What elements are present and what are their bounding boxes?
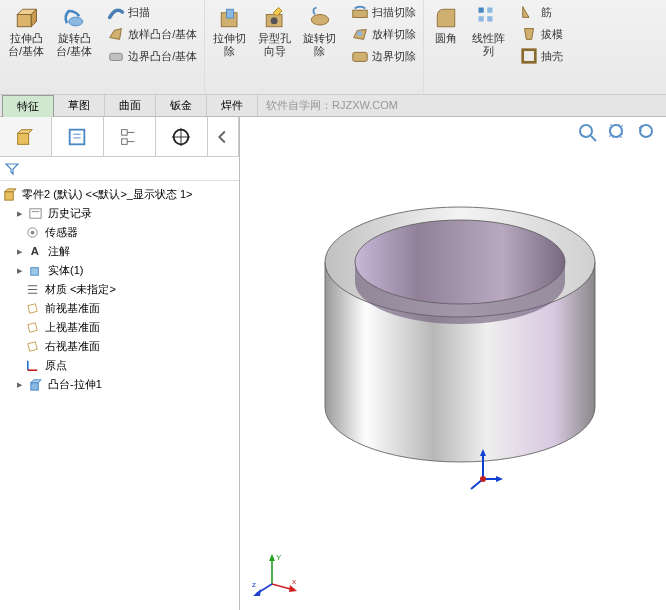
linear-pattern-button[interactable]: 线性阵 列 bbox=[468, 2, 509, 66]
ribbon-group-modify: 圆角 线性阵 列 筋 拔模 抽壳 bbox=[424, 0, 570, 94]
svg-point-58 bbox=[355, 220, 565, 304]
extrude-cut-button[interactable]: 拉伸切 除 bbox=[209, 2, 250, 66]
tree-origin[interactable]: 原点 bbox=[2, 356, 237, 375]
tab-feature[interactable]: 特征 bbox=[2, 95, 54, 117]
draft-icon bbox=[520, 25, 538, 43]
fillet-label: 圆角 bbox=[435, 32, 457, 45]
svg-rect-23 bbox=[70, 129, 85, 144]
revolve-boss-label: 旋转凸 台/基体 bbox=[56, 32, 92, 58]
expand-icon[interactable]: ▶ bbox=[14, 246, 25, 257]
tree-filter-row bbox=[0, 157, 239, 181]
zoom-area-button[interactable] bbox=[606, 121, 630, 145]
svg-rect-21 bbox=[18, 133, 29, 144]
tree-root-label: 零件2 (默认) <<默认>_显示状态 1> bbox=[22, 187, 193, 202]
triad-x-label: x bbox=[292, 577, 296, 586]
overflow-tab[interactable] bbox=[208, 117, 240, 156]
boundary-cut-icon bbox=[351, 47, 369, 65]
filter-icon[interactable] bbox=[4, 161, 20, 177]
svg-marker-47 bbox=[28, 342, 37, 351]
svg-rect-34 bbox=[5, 192, 13, 200]
svg-marker-46 bbox=[28, 323, 37, 332]
tree-annotations[interactable]: ▶ A 注解 bbox=[2, 242, 237, 261]
expand-icon[interactable]: ▶ bbox=[14, 208, 25, 219]
tree-feature-extrude1[interactable]: ▶ 凸台-拉伸1 bbox=[2, 375, 237, 394]
tree-feature1-label: 凸台-拉伸1 bbox=[48, 377, 102, 392]
extrude-boss-button[interactable]: 拉伸凸 台/基体 bbox=[4, 2, 48, 66]
expand-icon[interactable]: ▶ bbox=[14, 379, 25, 390]
tree-history[interactable]: ▶ 历史记录 bbox=[2, 204, 237, 223]
svg-rect-27 bbox=[122, 138, 128, 144]
body-icon bbox=[28, 263, 43, 278]
shell-button[interactable]: 抽壳 bbox=[517, 46, 566, 66]
tree-front-plane[interactable]: 前视基准面 bbox=[2, 299, 237, 318]
revolve-icon bbox=[60, 4, 88, 32]
rib-button[interactable]: 筋 bbox=[517, 2, 566, 22]
feature-tree: 零件2 (默认) <<默认>_显示状态 1> ▶ 历史记录 传感器 ▶ A 注解… bbox=[0, 181, 239, 398]
revolve-cut-button[interactable]: 旋转切 除 bbox=[299, 2, 340, 66]
fillet-button[interactable]: 圆角 bbox=[428, 2, 464, 66]
svg-point-3 bbox=[69, 17, 83, 26]
tab-weldment[interactable]: 焊件 bbox=[207, 95, 258, 116]
part-icon bbox=[2, 187, 17, 202]
boundary-cut-button[interactable]: 边界切除 bbox=[348, 46, 419, 66]
property-tab[interactable] bbox=[52, 117, 104, 156]
tree-sensors[interactable]: 传感器 bbox=[2, 223, 237, 242]
boundary-cut-label: 边界切除 bbox=[372, 49, 416, 64]
loft-cut-button[interactable]: 放样切除 bbox=[348, 24, 419, 44]
expand-icon[interactable]: ▶ bbox=[14, 265, 25, 276]
hole-wizard-button[interactable]: 异型孔 向导 bbox=[254, 2, 295, 66]
tree-origin-label: 原点 bbox=[45, 358, 67, 373]
3d-viewport[interactable]: Y x z bbox=[240, 117, 666, 610]
svg-rect-0 bbox=[17, 15, 31, 27]
boundary-icon bbox=[107, 47, 125, 65]
sweep-button[interactable]: 扫描 bbox=[104, 2, 200, 22]
svg-rect-7 bbox=[226, 9, 233, 18]
triad-z-label: z bbox=[252, 580, 256, 589]
svg-rect-13 bbox=[357, 31, 362, 36]
ribbon-toolbar: 拉伸凸 台/基体 旋转凸 台/基体 扫描 放样凸台/基体 边界凸台/基体 bbox=[0, 0, 666, 95]
sweep-icon bbox=[107, 3, 125, 21]
svg-marker-4 bbox=[110, 29, 122, 40]
svg-rect-20 bbox=[523, 50, 536, 63]
sweep-cut-icon bbox=[351, 3, 369, 21]
prev-view-button[interactable] bbox=[636, 121, 660, 145]
loft-label: 放样凸台/基体 bbox=[128, 27, 197, 42]
tree-root[interactable]: 零件2 (默认) <<默认>_显示状态 1> bbox=[2, 185, 237, 204]
tree-material-label: 材质 <未指定> bbox=[45, 282, 116, 297]
tab-sheetmetal[interactable]: 钣金 bbox=[156, 95, 207, 116]
svg-rect-14 bbox=[353, 52, 367, 61]
revolve-cut-icon bbox=[306, 4, 334, 32]
svg-rect-18 bbox=[487, 16, 492, 21]
tree-bodies[interactable]: ▶ 实体(1) bbox=[2, 261, 237, 280]
fm-tree-tab[interactable] bbox=[0, 117, 52, 156]
zoom-fit-button[interactable] bbox=[576, 121, 600, 145]
svg-marker-66 bbox=[269, 554, 275, 561]
svg-marker-19 bbox=[525, 29, 534, 40]
loft-button[interactable]: 放样凸台/基体 bbox=[104, 24, 200, 44]
watermark-text: 软件自学网：RJZXW.COM bbox=[266, 98, 398, 113]
revolve-boss-button[interactable]: 旋转凸 台/基体 bbox=[52, 2, 96, 66]
tab-surface[interactable]: 曲面 bbox=[105, 95, 156, 116]
pattern-label: 线性阵 列 bbox=[472, 32, 505, 58]
draft-button[interactable]: 拔模 bbox=[517, 24, 566, 44]
config-tab[interactable] bbox=[104, 117, 156, 156]
tree-top-plane[interactable]: 上视基准面 bbox=[2, 318, 237, 337]
fillet-icon bbox=[432, 4, 460, 32]
origin-triad[interactable] bbox=[465, 447, 505, 492]
tree-right-plane[interactable]: 右视基准面 bbox=[2, 337, 237, 356]
sweep-cut-button[interactable]: 扫描切除 bbox=[348, 2, 419, 22]
sidebar-tabs bbox=[0, 117, 239, 157]
tree-material[interactable]: 材质 <未指定> bbox=[2, 280, 237, 299]
tab-sketch[interactable]: 草图 bbox=[54, 95, 105, 116]
dimxpert-tab[interactable] bbox=[156, 117, 208, 156]
main-area: 零件2 (默认) <<默认>_显示状态 1> ▶ 历史记录 传感器 ▶ A 注解… bbox=[0, 117, 666, 610]
revolve-cut-label: 旋转切 除 bbox=[303, 32, 336, 58]
svg-marker-62 bbox=[496, 476, 503, 482]
view-triad[interactable]: Y x z bbox=[250, 550, 300, 600]
svg-rect-17 bbox=[478, 16, 483, 21]
material-icon bbox=[25, 282, 40, 297]
svg-point-54 bbox=[610, 125, 622, 137]
svg-marker-51 bbox=[31, 380, 41, 383]
boundary-button[interactable]: 边界凸台/基体 bbox=[104, 46, 200, 66]
svg-rect-15 bbox=[478, 8, 483, 13]
